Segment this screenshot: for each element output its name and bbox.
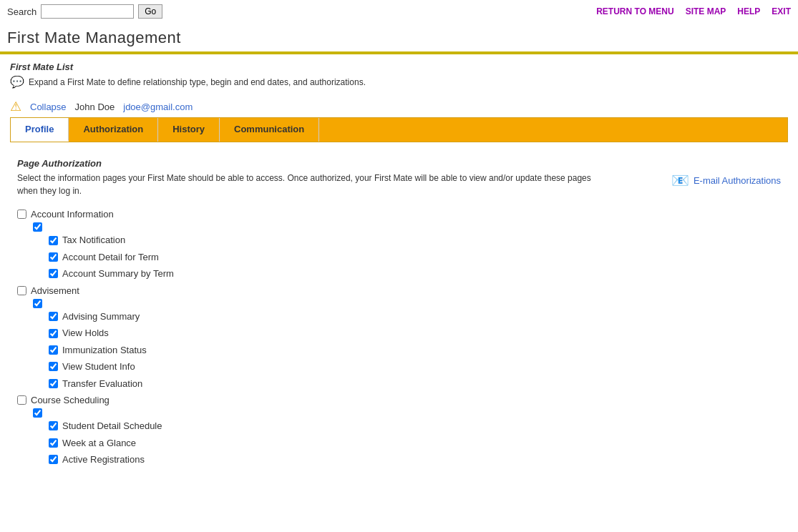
item-week-at-a-glance: Week at a Glance bbox=[49, 435, 781, 451]
nav-links: RETURN TO MENU SITE MAP HELP EXIT bbox=[596, 6, 791, 16]
email-auth-link[interactable]: E-mail Authorizations bbox=[694, 175, 781, 186]
search-input[interactable] bbox=[41, 4, 134, 19]
label-view-student-info: View Student Info bbox=[62, 358, 135, 375]
checkbox-account-information-parent[interactable] bbox=[17, 210, 26, 219]
item-view-student-info: View Student Info bbox=[49, 358, 781, 375]
item-student-detail-schedule: Student Detail Schedule bbox=[49, 418, 781, 434]
tab-history[interactable]: History bbox=[158, 118, 220, 142]
main-content: First Mate List 💬 Expand a First Mate to… bbox=[0, 54, 798, 479]
email-auth-row: 📧 E-mail Authorizations bbox=[671, 172, 781, 189]
auth-title: Page Authorization bbox=[17, 158, 781, 169]
checkbox-account-detail-for-term[interactable] bbox=[49, 252, 58, 262]
label-advisement: Advisement bbox=[31, 282, 79, 299]
search-area: Search Go bbox=[7, 4, 162, 19]
checkbox-view-holds[interactable] bbox=[49, 329, 58, 338]
group-course-scheduling: Course Scheduling bbox=[17, 392, 781, 408]
tab-communication[interactable]: Communication bbox=[220, 118, 319, 142]
checkbox-active-registrations[interactable] bbox=[49, 455, 58, 464]
item-advising-summary: Advising Summary bbox=[49, 308, 781, 325]
checkbox-list: Account Information Tax Notification Acc… bbox=[17, 206, 781, 468]
checkbox-advising-summary[interactable] bbox=[49, 312, 58, 321]
warning-icon: ⚠ bbox=[10, 99, 21, 114]
checkbox-immunization-status[interactable] bbox=[49, 345, 58, 355]
auth-section: Page Authorization Select the informatio… bbox=[10, 154, 788, 472]
group-advisement-sub bbox=[33, 299, 781, 308]
label-student-detail-schedule: Student Detail Schedule bbox=[62, 418, 162, 434]
label-account-summary-by-term: Account Summary by Term bbox=[62, 265, 174, 282]
tab-profile[interactable]: Profile bbox=[11, 118, 69, 142]
item-account-summary-by-term: Account Summary by Term bbox=[49, 265, 781, 282]
first-mate-list-title: First Mate List bbox=[10, 61, 788, 72]
label-tax-notification: Tax Notification bbox=[62, 232, 125, 248]
label-account-information: Account Information bbox=[31, 206, 114, 222]
label-transfer-evaluation: Transfer Evaluation bbox=[62, 375, 142, 392]
checkbox-account-information-sub[interactable] bbox=[33, 222, 42, 232]
item-tax-notification: Tax Notification bbox=[49, 232, 781, 248]
checkbox-course-scheduling-sub[interactable] bbox=[33, 408, 42, 418]
page-title: First Mate Management bbox=[0, 23, 798, 51]
user-row: ⚠ Collapse John Doe jdoe@gmail.com bbox=[10, 96, 788, 117]
tab-authorization[interactable]: Authorization bbox=[69, 118, 158, 142]
email-icon: 📧 bbox=[671, 172, 689, 189]
checkbox-advisement-sub[interactable] bbox=[33, 299, 42, 308]
user-email[interactable]: jdoe@gmail.com bbox=[123, 102, 193, 112]
label-view-holds: View Holds bbox=[62, 325, 109, 341]
group-advisement: Advisement bbox=[17, 282, 781, 299]
group-account-information-sub bbox=[33, 222, 781, 232]
label-week-at-a-glance: Week at a Glance bbox=[62, 435, 136, 451]
user-name: John Doe bbox=[75, 102, 115, 112]
return-to-menu-link[interactable]: RETURN TO MENU bbox=[596, 6, 673, 16]
info-row: 💬 Expand a First Mate to define relation… bbox=[10, 75, 788, 89]
group-course-scheduling-sub bbox=[33, 408, 781, 418]
auth-desc: Select the information pages your First … bbox=[17, 172, 604, 197]
info-text: Expand a First Mate to define relationsh… bbox=[29, 77, 366, 87]
tabs-container: Profile Authorization History Communicat… bbox=[10, 117, 788, 142]
info-icon: 💬 bbox=[10, 75, 24, 89]
label-active-registrations: Active Registrations bbox=[62, 451, 145, 468]
help-link[interactable]: HELP bbox=[737, 6, 760, 16]
label-account-detail-for-term: Account Detail for Term bbox=[62, 249, 159, 265]
checkbox-student-detail-schedule[interactable] bbox=[49, 421, 58, 430]
group-account-information: Account Information bbox=[17, 206, 781, 222]
collapse-link[interactable]: Collapse bbox=[30, 102, 67, 112]
checkbox-transfer-evaluation[interactable] bbox=[49, 379, 58, 388]
checkbox-course-scheduling-parent[interactable] bbox=[17, 395, 26, 405]
go-button[interactable]: Go bbox=[138, 4, 162, 19]
checkbox-view-student-info[interactable] bbox=[49, 362, 58, 371]
checkbox-week-at-a-glance[interactable] bbox=[49, 438, 58, 448]
item-active-registrations: Active Registrations bbox=[49, 451, 781, 468]
search-label: Search bbox=[7, 6, 37, 17]
label-immunization-status: Immunization Status bbox=[62, 342, 147, 358]
checkbox-advisement-parent[interactable] bbox=[17, 286, 26, 295]
checkbox-account-summary-by-term[interactable] bbox=[49, 269, 58, 278]
label-advising-summary: Advising Summary bbox=[62, 308, 140, 325]
checkbox-tax-notification[interactable] bbox=[49, 236, 58, 245]
item-transfer-evaluation: Transfer Evaluation bbox=[49, 375, 781, 392]
label-course-scheduling: Course Scheduling bbox=[31, 392, 110, 408]
item-account-detail-for-term: Account Detail for Term bbox=[49, 249, 781, 265]
top-bar: Search Go RETURN TO MENU SITE MAP HELP E… bbox=[0, 0, 798, 23]
exit-link[interactable]: EXIT bbox=[772, 6, 791, 16]
item-immunization-status: Immunization Status bbox=[49, 342, 781, 358]
item-view-holds: View Holds bbox=[49, 325, 781, 341]
site-map-link[interactable]: SITE MAP bbox=[686, 6, 726, 16]
